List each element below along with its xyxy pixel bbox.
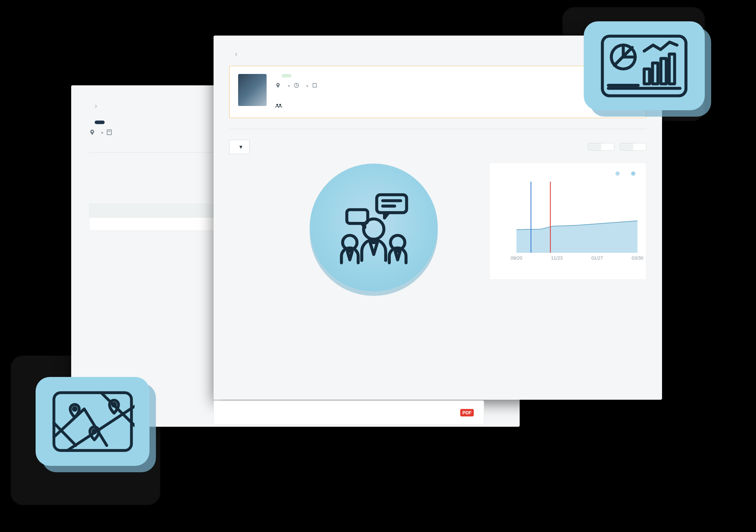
x-tick: 03/30 bbox=[632, 255, 644, 261]
rent-chart-card: 09/2011/2301/2703/30 bbox=[489, 163, 646, 280]
amendment-detail-row[interactable]: PDF bbox=[214, 400, 484, 425]
chevron-right-icon: › bbox=[235, 50, 237, 58]
chevron-right-icon: › bbox=[95, 102, 97, 110]
toggle-monthly[interactable] bbox=[620, 143, 633, 150]
svg-point-20 bbox=[112, 403, 115, 406]
svg-point-5 bbox=[276, 104, 278, 106]
building-icon bbox=[312, 83, 317, 90]
legend-rent bbox=[615, 170, 622, 176]
svg-rect-4 bbox=[313, 84, 316, 87]
property-thumbnail bbox=[238, 74, 267, 106]
total-persf-toggle bbox=[588, 143, 614, 151]
caret-down-icon: ▾ bbox=[240, 144, 243, 150]
x-tick: 11/23 bbox=[551, 255, 563, 261]
rent-chart: 09/2011/2301/2703/30 bbox=[498, 182, 637, 253]
clock-icon bbox=[294, 83, 299, 90]
toggle-total[interactable] bbox=[588, 143, 601, 150]
toggle-yearly[interactable] bbox=[633, 143, 646, 150]
period-toggle bbox=[620, 143, 646, 151]
toggle-per-sf[interactable] bbox=[601, 143, 614, 150]
svg-rect-2 bbox=[110, 131, 110, 132]
pin-icon bbox=[275, 83, 281, 90]
x-tick: 09/20 bbox=[511, 255, 523, 261]
svg-rect-26 bbox=[347, 210, 368, 224]
front-tab-bar bbox=[229, 129, 646, 129]
pin-icon bbox=[89, 129, 95, 137]
svg-rect-14 bbox=[661, 58, 666, 84]
svg-rect-0 bbox=[107, 130, 111, 135]
svg-point-19 bbox=[73, 408, 76, 410]
svg-rect-12 bbox=[644, 69, 650, 84]
building-icon bbox=[106, 129, 112, 137]
asc-badge bbox=[95, 121, 105, 124]
x-tick: 01/27 bbox=[591, 255, 603, 261]
status-badge bbox=[282, 74, 292, 78]
analytics-tile-icon bbox=[584, 21, 705, 110]
svg-rect-23 bbox=[377, 195, 406, 213]
svg-point-6 bbox=[279, 104, 281, 106]
svg-point-21 bbox=[93, 430, 96, 433]
people-icon bbox=[275, 102, 282, 110]
svg-rect-1 bbox=[108, 131, 109, 132]
svg-rect-13 bbox=[652, 63, 658, 84]
svg-rect-15 bbox=[669, 54, 674, 84]
map-tile-icon bbox=[36, 377, 149, 466]
team-chat-tile-icon bbox=[310, 164, 438, 292]
rent-dropdown[interactable]: ▾ bbox=[229, 140, 250, 154]
pdf-icon[interactable]: PDF bbox=[460, 409, 474, 416]
legend-expenses bbox=[631, 170, 637, 176]
